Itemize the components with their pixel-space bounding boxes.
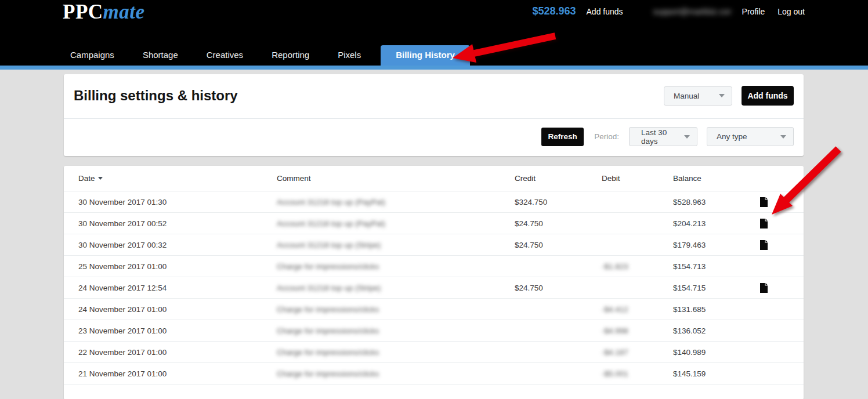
row-invoice-cell <box>760 240 804 250</box>
row-credit: $324.750 <box>515 198 602 206</box>
table-row: 23 November 2017 01:00Charge for impress… <box>64 320 804 342</box>
row-date: 25 November 2017 01:00 <box>78 262 277 271</box>
invoice-document-icon[interactable] <box>760 197 768 207</box>
billing-mode-value: Manual <box>674 92 699 100</box>
profile-link[interactable]: Profile <box>742 7 765 16</box>
row-date: 30 November 2017 00:32 <box>78 241 277 249</box>
billing-settings-card: Billing settings & history Manual Add fu… <box>64 74 804 156</box>
row-comment: Charge for impressions/clicks <box>277 262 515 271</box>
column-header-credit: Credit <box>515 174 602 183</box>
tab-pixels[interactable]: Pixels <box>338 50 361 66</box>
row-debit: -$4.412 <box>602 305 673 314</box>
top-header: PPCmate $528.963 Add funds support@markb… <box>0 0 868 66</box>
row-invoice-cell <box>760 283 804 293</box>
account-balance[interactable]: $528.963 <box>532 5 576 17</box>
table-row: 24 November 2017 12:54Account 31218 top … <box>64 277 804 299</box>
row-debit: -$5.001 <box>602 369 673 378</box>
table-row: 30 November 2017 00:52Account 31218 top … <box>64 213 804 234</box>
row-balance: $204.213 <box>673 219 760 228</box>
row-balance: $154.715 <box>673 284 760 292</box>
row-balance: $154.713 <box>673 262 760 271</box>
row-invoice-cell <box>760 197 804 207</box>
row-balance: $131.685 <box>673 305 760 314</box>
add-funds-button[interactable]: Add funds <box>742 86 794 106</box>
header-account-bar: $528.963 Add funds support@markbiz.com P… <box>532 5 805 17</box>
period-select-value: Last 30 days <box>641 128 678 146</box>
type-select[interactable]: Any type <box>707 127 794 146</box>
account-email-blurred: support@markbiz.com <box>653 7 731 16</box>
row-credit: $24.750 <box>515 241 602 249</box>
row-date: 24 November 2017 01:00 <box>78 305 277 314</box>
column-header-balance: Balance <box>673 174 760 183</box>
tab-creatives[interactable]: Creatives <box>207 50 243 66</box>
logo-mate: mate <box>103 1 145 23</box>
row-balance: $528.963 <box>673 198 760 206</box>
table-header-row: Date Comment Credit Debit Balance <box>64 166 804 191</box>
invoice-document-icon[interactable] <box>760 240 768 250</box>
page-body: Billing settings & history Manual Add fu… <box>0 70 868 399</box>
row-comment: Account 31218 top up (Stripe) <box>277 284 515 292</box>
tab-shortage[interactable]: Shortage <box>143 50 178 66</box>
table-row: 30 November 2017 01:30Account 31218 top … <box>64 191 804 213</box>
table-row: 22 November 2017 01:00Charge for impress… <box>64 342 804 363</box>
refresh-button[interactable]: Refresh <box>541 128 584 146</box>
ppcmate-logo[interactable]: PPCmate <box>63 1 145 24</box>
page-title: Billing settings & history <box>74 88 238 104</box>
row-balance: $179.463 <box>673 241 760 249</box>
row-comment: Account 31218 top up (PayPal) <box>277 198 515 206</box>
row-invoice-cell <box>760 219 804 228</box>
column-header-debit: Debit <box>602 174 673 183</box>
row-comment: Account 31218 top up (Stripe) <box>277 241 515 249</box>
tab-reporting[interactable]: Reporting <box>272 50 309 66</box>
row-comment: Charge for impressions/clicks <box>277 369 515 378</box>
row-date: 23 November 2017 01:00 <box>78 327 277 335</box>
row-date: 22 November 2017 01:00 <box>78 348 277 357</box>
row-credit: $24.750 <box>515 284 602 292</box>
logout-link[interactable]: Log out <box>777 7 805 16</box>
row-date: 21 November 2017 01:00 <box>78 369 277 378</box>
row-balance: $140.989 <box>673 348 760 357</box>
table-body: 30 November 2017 01:30Account 31218 top … <box>64 191 804 385</box>
row-debit: -$4.187 <box>602 348 673 357</box>
chevron-down-icon <box>684 135 690 139</box>
row-debit: -$1.823 <box>602 262 673 271</box>
row-comment: Charge for impressions/clicks <box>277 348 515 357</box>
invoice-document-icon[interactable] <box>760 219 768 228</box>
row-debit: -$4.998 <box>602 327 673 335</box>
column-header-date[interactable]: Date <box>78 174 277 183</box>
nav-tabs: CampaignsShortageCreativesReportingPixel… <box>70 45 470 66</box>
row-comment: Charge for impressions/clicks <box>277 305 515 314</box>
tab-billing-history[interactable]: Billing History <box>381 45 470 66</box>
accent-bar <box>0 66 868 70</box>
period-label: Period: <box>594 132 619 141</box>
row-comment: Account 31218 top up (PayPal) <box>277 219 515 228</box>
chevron-down-icon <box>719 94 725 97</box>
billing-history-table-card: Date Comment Credit Debit Balance 30 Nov… <box>64 166 804 399</box>
type-select-value: Any type <box>717 132 747 141</box>
billing-mode-select[interactable]: Manual <box>664 86 732 106</box>
row-date: 30 November 2017 00:52 <box>78 219 277 228</box>
column-header-comment: Comment <box>277 174 515 183</box>
invoice-document-icon[interactable] <box>760 283 768 293</box>
row-balance: $136.052 <box>673 327 760 335</box>
table-row: 25 November 2017 01:00Charge for impress… <box>64 256 804 277</box>
row-date: 30 November 2017 01:30 <box>78 198 277 206</box>
table-row: 24 November 2017 01:00Charge for impress… <box>64 299 804 320</box>
add-funds-link[interactable]: Add funds <box>587 7 623 16</box>
tab-campaigns[interactable]: Campaigns <box>70 50 114 66</box>
row-date: 24 November 2017 12:54 <box>78 284 277 292</box>
row-comment: Charge for impressions/clicks <box>277 327 515 335</box>
period-select[interactable]: Last 30 days <box>629 127 697 146</box>
sort-desc-icon <box>98 177 103 180</box>
chevron-down-icon <box>780 135 786 139</box>
table-row: 30 November 2017 00:32Account 31218 top … <box>64 234 804 256</box>
row-credit: $24.750 <box>515 219 602 228</box>
table-row: 21 November 2017 01:00Charge for impress… <box>64 363 804 385</box>
logo-ppc: PPC <box>63 1 103 23</box>
row-balance: $145.159 <box>673 369 760 378</box>
